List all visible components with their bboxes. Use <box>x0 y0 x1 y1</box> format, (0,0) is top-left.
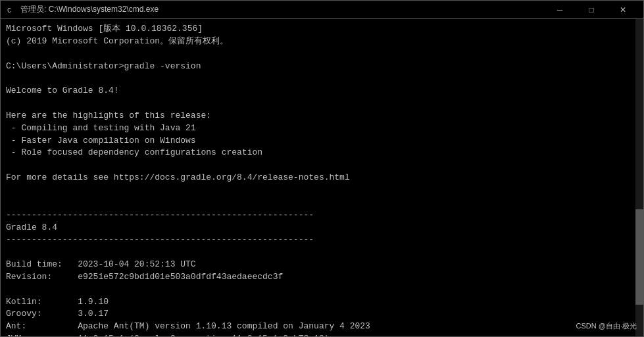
console-output: Microsoft Windows [版本 10.0.18362.356] (c… <box>6 23 638 336</box>
watermark: CSDN @自由·极光 <box>576 321 637 331</box>
close-button[interactable]: ✕ <box>608 1 638 19</box>
console-body: Microsoft Windows [版本 10.0.18362.356] (c… <box>1 19 643 336</box>
scrollbar-thumb[interactable] <box>635 209 643 305</box>
scrollbar[interactable] <box>635 19 643 336</box>
window-title: 管理员: C:\Windows\system32\cmd.exe <box>20 4 159 15</box>
cmd-window: C 管理员: C:\Windows\system32\cmd.exe ─ □ ✕… <box>0 0 644 337</box>
svg-text:C: C <box>7 7 11 14</box>
cmd-icon: C <box>6 5 16 15</box>
title-bar-left: C 管理员: C:\Windows\system32\cmd.exe <box>6 4 159 15</box>
window-controls: ─ □ ✕ <box>545 1 638 19</box>
minimize-button[interactable]: ─ <box>545 1 575 19</box>
title-bar: C 管理员: C:\Windows\system32\cmd.exe ─ □ ✕ <box>1 1 643 19</box>
maximize-button[interactable]: □ <box>576 1 607 19</box>
